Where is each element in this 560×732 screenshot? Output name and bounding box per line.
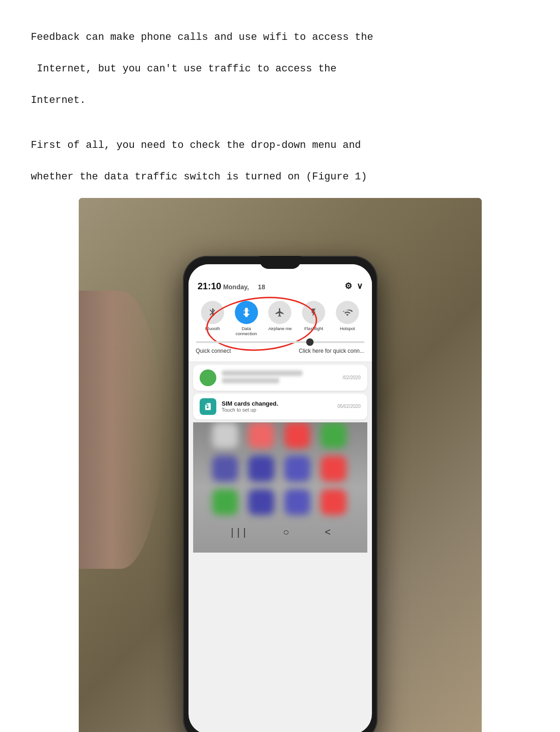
notification-2: SIM cards changed. Touch to set up 05/02… [193, 394, 367, 420]
data-connection-icon-circle [235, 301, 258, 324]
airplane-mode-label: Airplane m­e [268, 326, 292, 331]
bluetooth-label: Blu­ooth [205, 326, 220, 331]
flashlight-toggle: Flashlight [297, 301, 330, 331]
nav-bar: ||| ○ < [193, 522, 367, 543]
phone-screen: 21:10 Monday, 18 ⚙ ∨ [189, 264, 372, 732]
app-grid-row2 [212, 456, 348, 482]
home-screen-area: ||| ○ < [193, 422, 367, 553]
scene-background: 21:10 Monday, 18 ⚙ ∨ [79, 198, 482, 732]
app-grid-row1 [212, 422, 348, 448]
airplane-icon-circle [268, 301, 291, 324]
hotspot-toggle: Hotspot [331, 301, 364, 331]
notif-2-subtitle: Touch to set up [222, 407, 332, 413]
notif-1-date: /02/2020 [343, 375, 361, 380]
back-button: ||| [229, 527, 248, 539]
app-icon-7 [284, 456, 310, 482]
app-icon-8 [321, 456, 346, 482]
para1-line1: Feedback can make phone calls and use wi… [31, 32, 373, 43]
app-icon-1 [212, 422, 238, 448]
hotspot-label: Hotspot [340, 326, 355, 331]
quick-connect-row: Quick connect Click here for quick conn.… [196, 347, 365, 355]
notif-2-date: 05/02/2020 [337, 404, 360, 409]
app-icon-3 [284, 422, 310, 448]
airplane-mode-toggle: Airplane m­e [263, 301, 296, 331]
hotspot-icon-circle [336, 301, 359, 324]
figure-1-image: 21:10 Monday, 18 ⚙ ∨ [79, 198, 482, 732]
notif-1-icon [200, 369, 216, 386]
expand-icon: ∨ [357, 281, 363, 291]
notif-1-title-blurred [222, 370, 302, 376]
app-grid-row3 [212, 489, 348, 515]
flashlight-label: Flashlight [304, 326, 323, 331]
app-icon-4 [321, 422, 346, 448]
notif-1-sub-blurred [222, 378, 280, 383]
home-button: ○ [283, 527, 289, 539]
flashlight-icon-circle [302, 301, 325, 324]
bluetooth-toggle: Blu­ooth [196, 301, 229, 331]
notif-2-icon [200, 398, 216, 415]
notification-1: /02/2020 [193, 365, 367, 391]
para2-line1: First of all, you need to check the drop… [31, 140, 361, 151]
app-icon-11 [284, 489, 310, 515]
brightness-knob [306, 338, 314, 346]
bluetooth-icon-circle [201, 301, 224, 324]
notif-2-content: SIM cards changed. Touch to set up [222, 400, 332, 413]
data-connection-label: Dataconnection [236, 326, 257, 337]
data-connection-toggle: Dataconnection [230, 301, 263, 337]
app-icon-5 [212, 456, 238, 482]
para2-line2: whether the data traffic switch is turne… [31, 171, 367, 183]
app-icon-9 [212, 489, 238, 515]
gear-icon: ⚙ [345, 281, 352, 291]
brightness-slider [196, 341, 365, 343]
status-icons-group: ⚙ ∨ [345, 281, 363, 291]
quick-connect-left-label: Quick connect [196, 348, 231, 354]
notifications-area: /02/2020 SIM cards changed. Touch to set… [189, 362, 372, 555]
para1-line3: Internet. [31, 95, 86, 106]
status-time: 21:10 [198, 281, 221, 292]
quick-icons-row: Blu­ooth Dataconnection [196, 301, 365, 337]
para1-line2: Internet, but you can't use traffic to a… [31, 63, 336, 75]
paragraph-2: First of all, you need to check the drop… [19, 122, 541, 185]
app-icon-10 [248, 489, 274, 515]
notif-1-content [222, 370, 337, 385]
phone-notch [259, 256, 301, 269]
app-icon-6 [248, 456, 274, 482]
recent-button: < [325, 527, 331, 539]
paragraph-1: Feedback can make phone calls and use wi… [19, 14, 541, 109]
app-icon-2 [248, 422, 274, 448]
phone-device: 21:10 Monday, 18 ⚙ ∨ [183, 256, 378, 732]
quick-settings-panel: Blu­ooth Dataconnection [189, 296, 372, 362]
status-bar: 21:10 Monday, 18 ⚙ ∨ [189, 264, 372, 296]
status-date: Monday, 18 [223, 283, 265, 291]
quick-connect-right-label: Click here for quick conn... [299, 348, 364, 354]
notif-2-title: SIM cards changed. [222, 400, 332, 407]
app-icon-12 [321, 489, 346, 515]
hand-background [79, 291, 162, 569]
